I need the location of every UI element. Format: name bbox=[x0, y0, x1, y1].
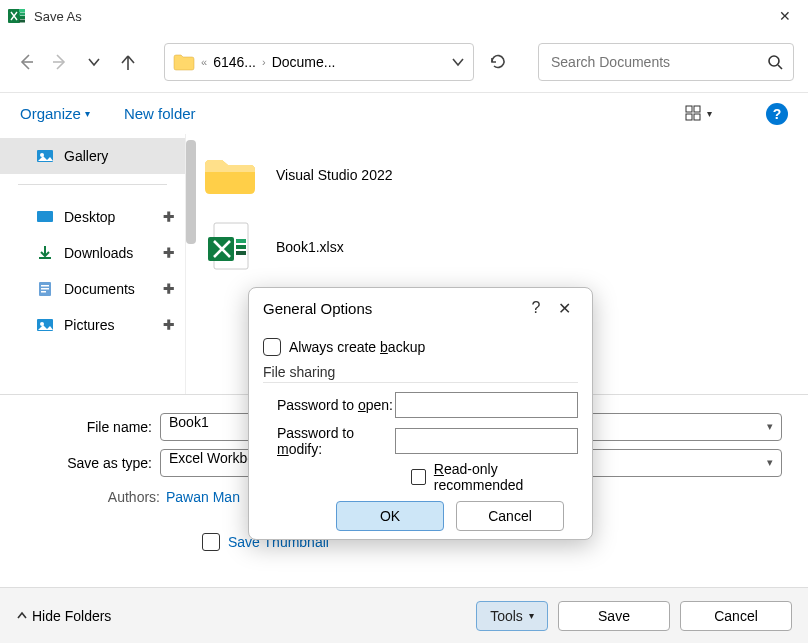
toolbar: Organize ▾ New folder ▾ ? bbox=[0, 92, 808, 134]
pin-icon: ✖ bbox=[159, 315, 179, 335]
sidebar-item-desktop[interactable]: Desktop ✖ bbox=[0, 199, 185, 235]
nav-row: « 6146... › Docume... bbox=[0, 32, 808, 92]
caret-down-icon: ▾ bbox=[85, 108, 90, 119]
password-modify-input[interactable] bbox=[395, 428, 578, 454]
file-name: Book1.xlsx bbox=[276, 239, 344, 255]
password-open-label: Password to open: bbox=[263, 397, 395, 413]
pin-icon: ✖ bbox=[159, 207, 179, 227]
caret-down-icon: ▾ bbox=[707, 108, 712, 119]
general-options-dialog: General Options ? ✕ Always create backup… bbox=[248, 287, 593, 540]
password-open-input[interactable] bbox=[395, 392, 578, 418]
sidebar-item-gallery[interactable]: Gallery bbox=[0, 138, 185, 174]
dialog-title: General Options bbox=[263, 300, 372, 317]
forward-button[interactable] bbox=[48, 50, 72, 74]
close-window-icon[interactable]: ✕ bbox=[762, 0, 808, 32]
dialog-cancel-button[interactable]: Cancel bbox=[456, 501, 564, 531]
tools-label: Tools bbox=[490, 608, 523, 624]
pin-icon: ✖ bbox=[159, 243, 179, 263]
svg-rect-16 bbox=[41, 291, 46, 293]
authors-value[interactable]: Pawan Man bbox=[166, 489, 240, 505]
recent-locations-icon[interactable] bbox=[82, 50, 106, 74]
readonly-checkbox[interactable] bbox=[411, 469, 426, 485]
svg-point-11 bbox=[40, 153, 44, 157]
svg-point-18 bbox=[40, 322, 44, 326]
svg-rect-12 bbox=[37, 211, 53, 222]
svg-rect-9 bbox=[694, 114, 700, 120]
organize-label: Organize bbox=[20, 105, 81, 122]
up-button[interactable] bbox=[116, 50, 140, 74]
svg-rect-2 bbox=[19, 13, 25, 16]
sidebar-label: Documents bbox=[64, 281, 135, 297]
breadcrumb-part2[interactable]: Docume... bbox=[272, 54, 336, 70]
view-options-button[interactable]: ▾ bbox=[685, 105, 712, 123]
hide-folders-button[interactable]: Hide Folders bbox=[16, 608, 111, 624]
sidebar-separator bbox=[18, 184, 167, 185]
sidebar-label: Downloads bbox=[64, 245, 133, 261]
save-button[interactable]: Save bbox=[558, 601, 670, 631]
svg-rect-23 bbox=[236, 251, 246, 255]
dialog-ok-button[interactable]: OK bbox=[336, 501, 444, 531]
dialog-help-icon[interactable]: ? bbox=[522, 299, 550, 317]
svg-rect-22 bbox=[236, 245, 246, 249]
breadcrumb[interactable]: « 6146... › Docume... bbox=[164, 43, 474, 81]
chevron-down-icon[interactable] bbox=[451, 55, 465, 69]
password-modify-label: Password to modify: bbox=[263, 425, 395, 457]
save-thumbnail-checkbox[interactable] bbox=[202, 533, 220, 551]
new-folder-button[interactable]: New folder bbox=[124, 105, 196, 122]
folder-icon bbox=[202, 153, 258, 197]
documents-icon bbox=[36, 280, 54, 298]
help-icon[interactable]: ? bbox=[766, 103, 788, 125]
desktop-icon bbox=[36, 208, 54, 226]
refresh-icon[interactable] bbox=[486, 50, 510, 74]
sidebar-label: Desktop bbox=[64, 209, 115, 225]
sidebar-item-downloads[interactable]: Downloads ✖ bbox=[0, 235, 185, 271]
search-box[interactable] bbox=[538, 43, 794, 81]
svg-rect-1 bbox=[19, 9, 25, 12]
sidebar-item-documents[interactable]: Documents ✖ bbox=[0, 271, 185, 307]
search-input[interactable] bbox=[549, 53, 767, 71]
file-item-folder[interactable]: Visual Studio 2022 bbox=[202, 146, 792, 204]
svg-rect-21 bbox=[236, 239, 246, 243]
svg-rect-4 bbox=[19, 20, 25, 23]
chevron-right-icon: › bbox=[262, 56, 266, 68]
hide-folders-label: Hide Folders bbox=[32, 608, 111, 624]
chevron-up-icon bbox=[16, 610, 28, 622]
titlebar: Save As ✕ bbox=[0, 0, 808, 32]
svg-rect-7 bbox=[694, 106, 700, 112]
dialog-close-icon[interactable]: ✕ bbox=[550, 299, 578, 318]
sidebar-label: Pictures bbox=[64, 317, 115, 333]
file-name: Visual Studio 2022 bbox=[276, 167, 393, 183]
cancel-button[interactable]: Cancel bbox=[680, 601, 792, 631]
pin-icon: ✖ bbox=[159, 279, 179, 299]
window-title: Save As bbox=[34, 9, 762, 24]
svg-point-5 bbox=[769, 56, 779, 66]
svg-rect-3 bbox=[19, 16, 25, 19]
gallery-icon bbox=[36, 147, 54, 165]
sidebar-item-pictures[interactable]: Pictures ✖ bbox=[0, 307, 185, 343]
filename-value: Book1 bbox=[169, 414, 209, 430]
pictures-icon bbox=[36, 316, 54, 334]
chevron-down-icon[interactable]: ▾ bbox=[767, 456, 773, 469]
chevron-down-icon[interactable]: ▾ bbox=[767, 420, 773, 433]
downloads-icon bbox=[36, 244, 54, 262]
authors-label: Authors: bbox=[80, 489, 160, 505]
readonly-label[interactable]: Read-only recommended bbox=[434, 461, 578, 493]
back-button[interactable] bbox=[14, 50, 38, 74]
breadcrumb-part1[interactable]: 6146... bbox=[213, 54, 256, 70]
footer: Hide Folders Tools▾ Save Cancel bbox=[0, 587, 808, 643]
caret-down-icon: ▾ bbox=[529, 610, 534, 621]
tools-menu[interactable]: Tools▾ bbox=[476, 601, 548, 631]
sidebar-scrollbar[interactable] bbox=[186, 140, 196, 244]
search-icon[interactable] bbox=[767, 54, 783, 70]
file-sharing-group: File sharing bbox=[263, 364, 578, 383]
file-item-xlsx[interactable]: Book1.xlsx bbox=[202, 218, 792, 276]
svg-rect-6 bbox=[686, 106, 692, 112]
savetype-label: Save as type: bbox=[10, 455, 160, 471]
sidebar: Gallery Desktop ✖ Downloads ✖ Documents … bbox=[0, 134, 186, 394]
folder-icon bbox=[173, 51, 195, 73]
organize-menu[interactable]: Organize ▾ bbox=[20, 105, 90, 122]
always-backup-checkbox[interactable] bbox=[263, 338, 281, 356]
always-backup-label[interactable]: Always create backup bbox=[289, 339, 425, 355]
breadcrumb-sep-icon: « bbox=[201, 56, 207, 68]
svg-rect-8 bbox=[686, 114, 692, 120]
